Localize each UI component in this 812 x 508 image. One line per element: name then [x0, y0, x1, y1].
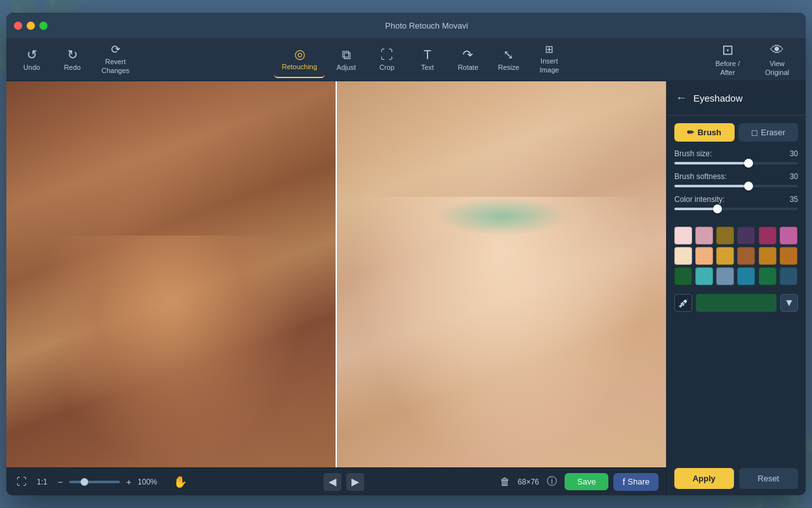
- color-swatch-13[interactable]: [695, 267, 713, 285]
- undo-button[interactable]: ↺ Undo: [13, 40, 51, 78]
- color-swatch-5[interactable]: [780, 227, 797, 244]
- color-swatch-1[interactable]: [695, 227, 713, 244]
- toolbar-right: ⊡ Before /After 👁 ViewOriginal: [705, 38, 799, 80]
- fullscreen-button[interactable]: ⛶: [14, 474, 29, 490]
- maximize-button[interactable]: [39, 22, 48, 30]
- text-icon: T: [424, 48, 431, 61]
- color-swatch-6[interactable]: [674, 247, 692, 265]
- reset-button[interactable]: Reset: [739, 468, 799, 489]
- zoom-out-button[interactable]: −: [55, 474, 65, 490]
- color-swatch-11[interactable]: [780, 247, 797, 265]
- photo-after: [336, 81, 666, 467]
- color-swatch-10[interactable]: [759, 247, 776, 265]
- color-swatch-4[interactable]: [759, 227, 776, 244]
- revert-icon: ⟳: [111, 44, 121, 55]
- eraser-button[interactable]: ◻ Eraser: [738, 123, 799, 142]
- brush-softness-fill: [674, 185, 749, 187]
- brush-button[interactable]: ✏ Brush: [674, 123, 735, 142]
- rotate-button[interactable]: ↷ Rotate: [449, 41, 487, 77]
- share-label: Share: [627, 477, 650, 486]
- before-after-label: Before /After: [716, 60, 740, 76]
- title-bar: Photo Retouch Movavi: [6, 13, 806, 38]
- color-swatch-7[interactable]: [695, 247, 713, 265]
- brush-softness-slider[interactable]: [674, 185, 798, 187]
- minimize-button[interactable]: [27, 22, 35, 30]
- color-intensity-label: Color intensity:: [674, 195, 724, 204]
- custom-color-row: 💉 ▼: [667, 289, 806, 317]
- view-original-button[interactable]: 👁 ViewOriginal: [755, 38, 799, 80]
- insert-image-icon: ⊞: [545, 44, 553, 55]
- color-swatch-0[interactable]: [674, 227, 692, 244]
- crop-icon: ⛶: [381, 48, 393, 61]
- split-divider: [336, 81, 337, 467]
- photo-display: [6, 81, 666, 467]
- brush-softness-thumb[interactable]: [744, 182, 753, 190]
- color-intensity-fill: [674, 208, 717, 210]
- color-swatch-9[interactable]: [737, 247, 755, 265]
- view-original-label: ViewOriginal: [765, 60, 789, 76]
- color-swatch-3[interactable]: [737, 227, 755, 244]
- crop-label: Crop: [379, 64, 395, 71]
- brush-size-fill: [674, 162, 749, 164]
- info-button[interactable]: ⓘ: [544, 472, 560, 491]
- hand-tool-button[interactable]: ✋: [171, 472, 190, 491]
- resize-button[interactable]: ⤡ Resize: [490, 41, 528, 77]
- color-swatch-8[interactable]: [716, 247, 734, 265]
- toolbar-left: ↺ Undo ↻ Redo ⟳ RevertChanges: [13, 40, 137, 78]
- eyedropper-button[interactable]: 💉: [674, 294, 692, 312]
- zoom-in-button[interactable]: +: [124, 474, 134, 490]
- photo-before: [6, 81, 336, 467]
- color-swatch-16[interactable]: [759, 267, 776, 285]
- delete-button[interactable]: 🗑: [497, 474, 513, 490]
- brush-size-thumb[interactable]: [744, 159, 753, 168]
- back-button[interactable]: ←: [674, 90, 688, 106]
- image-dimensions: 68×76: [518, 478, 539, 486]
- zoom-thumb[interactable]: [81, 478, 88, 486]
- color-swatch-14[interactable]: [716, 267, 734, 285]
- zoom-percent: 100%: [138, 478, 163, 486]
- share-button[interactable]: f Share: [613, 473, 658, 491]
- brush-size-slider[interactable]: [674, 162, 798, 164]
- retouching-button[interactable]: ◎ Retouching: [274, 41, 325, 77]
- color-intensity-thumb[interactable]: [713, 204, 722, 213]
- brush-size-value: 30: [790, 149, 798, 158]
- revert-button[interactable]: ⟳ RevertChanges: [94, 40, 137, 78]
- color-intensity-slider[interactable]: [674, 208, 798, 210]
- color-swatch-15[interactable]: [737, 267, 755, 285]
- facebook-icon: f: [622, 477, 625, 487]
- zoom-slider[interactable]: [69, 481, 120, 483]
- brush-size-row: Brush size: 30: [674, 149, 798, 158]
- before-after-button[interactable]: ⊡ Before /After: [705, 38, 750, 80]
- color-intensity-row: Color intensity: 35: [674, 195, 798, 204]
- close-button[interactable]: [14, 22, 22, 30]
- color-swatch-17[interactable]: [780, 267, 797, 285]
- redo-label: Redo: [64, 64, 81, 71]
- color-swatch-12[interactable]: [674, 267, 692, 285]
- sliders-section: Brush size: 30 Brush softness: 30: [667, 149, 806, 223]
- save-button[interactable]: Save: [565, 473, 609, 490]
- crop-button[interactable]: ⛶ Crop: [368, 41, 406, 77]
- image-container[interactable]: [6, 81, 666, 467]
- eraser-icon: ◻: [751, 128, 758, 137]
- eyedropper-icon: 💉: [678, 298, 689, 308]
- toolbar-center: ◎ Retouching ⧉ Adjust ⛶ Crop T Text ↷ Ro…: [137, 41, 705, 77]
- color-dropdown-button[interactable]: ▼: [780, 294, 798, 312]
- text-button[interactable]: T Text: [409, 41, 447, 77]
- insert-image-button[interactable]: ⊞ InsertImage: [530, 41, 568, 77]
- traffic-lights: [14, 22, 48, 30]
- color-swatch-2[interactable]: [716, 227, 734, 244]
- next-image-button[interactable]: ▶: [346, 473, 364, 491]
- brush-icon: ✏: [687, 128, 694, 137]
- bottom-bar: ⛶ 1:1 − + 100% ✋ ◀ ▶ 🗑 68×76: [6, 467, 666, 495]
- apply-button[interactable]: Apply: [674, 468, 734, 489]
- navigation-controls: ◀ ▶: [197, 473, 490, 491]
- prev-image-button[interactable]: ◀: [324, 473, 341, 491]
- eraser-label: Eraser: [761, 128, 785, 137]
- panel-title: Eyeshadow: [693, 93, 743, 104]
- adjust-button[interactable]: ⧉ Adjust: [327, 41, 365, 77]
- zoom-control: − + 100%: [55, 474, 163, 490]
- redo-button[interactable]: ↻ Redo: [53, 40, 91, 78]
- brush-softness-row: Brush softness: 30: [674, 172, 798, 181]
- color-intensity-value: 35: [790, 195, 798, 204]
- resize-icon: ⤡: [503, 48, 514, 61]
